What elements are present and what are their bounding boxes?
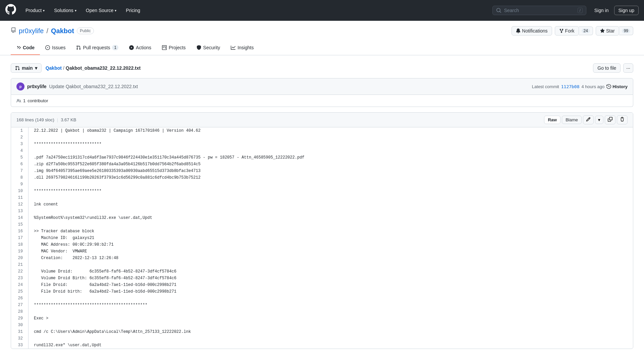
pull-requests-badge: 1 (112, 45, 118, 50)
commit-sha[interactable]: 1127b08 (561, 84, 580, 89)
line-number[interactable]: 11 (11, 194, 29, 201)
line-number[interactable]: 32 (11, 335, 29, 342)
breadcrumb-repo-link[interactable]: Qakbot (46, 65, 62, 71)
line-number[interactable]: 19 (11, 248, 29, 255)
search-input[interactable] (504, 8, 575, 13)
line-number[interactable]: 14 (11, 215, 29, 221)
line-number[interactable]: 20 (11, 255, 29, 261)
line-number[interactable]: 21 (11, 261, 29, 268)
line-number[interactable]: 22 (11, 268, 29, 275)
fork-group: Fork 24 (555, 26, 593, 36)
file-lines: 168 lines (149 sloc) (16, 117, 54, 122)
line-content: MAC Vendor: VMWARE (29, 248, 92, 255)
delete-button[interactable] (617, 115, 628, 124)
line-number[interactable]: 23 (11, 275, 29, 282)
commit-meta: Latest commit 1127b08 4 hours ago Histor… (532, 84, 628, 89)
line-number[interactable]: 33 (11, 342, 29, 349)
commit-author[interactable]: pr0xylife (27, 84, 47, 89)
raw-button[interactable]: Raw (544, 116, 560, 124)
notifications-button[interactable]: Notifications (512, 26, 552, 36)
search-container: / (492, 6, 586, 15)
star-count-button[interactable]: 99 (619, 26, 633, 35)
nav-links: Product Solutions Open Source Pricing (21, 5, 144, 16)
repo-name[interactable]: Qakbot (51, 27, 74, 35)
line-number[interactable]: 4 (11, 147, 29, 154)
line-number[interactable]: 18 (11, 241, 29, 248)
line-number[interactable]: 24 (11, 282, 29, 288)
tab-insights[interactable]: Insights (225, 41, 259, 55)
file-header: 168 lines (149 sloc) | 3.67 KB Raw Blame… (11, 113, 633, 127)
tab-code-label: Code (23, 45, 35, 50)
sign-up-button[interactable]: Sign up (614, 6, 639, 15)
line-number[interactable]: 1 (11, 127, 29, 134)
tab-code[interactable]: Code (11, 41, 40, 55)
repo-actions: Notifications Fork 24 Star (512, 26, 633, 36)
copy-raw-button[interactable] (605, 115, 615, 124)
line-number[interactable]: 3 (11, 141, 29, 147)
repo-icon (11, 27, 16, 34)
tab-actions-label: Actions (136, 45, 151, 50)
file-nav: main ▾ Qakbot / Qakbot_obama232_22.12.20… (11, 63, 633, 73)
repo-header: pr0xylife / Qakbot Public Notifications … (0, 21, 644, 55)
tab-insights-label: Insights (237, 45, 254, 50)
line-number[interactable]: 9 (11, 181, 29, 188)
line-number[interactable]: 31 (11, 328, 29, 335)
line-content (29, 308, 39, 315)
line-number[interactable]: 26 (11, 295, 29, 302)
line-number[interactable]: 28 (11, 308, 29, 315)
line-number[interactable]: 15 (11, 221, 29, 228)
line-content: .pdf 7a24750ec1191317cd4a6f3ae7937c9846f… (29, 154, 310, 161)
line-number[interactable]: 30 (11, 322, 29, 328)
more-options-button[interactable]: ··· (623, 63, 633, 73)
nav-pricing[interactable]: Pricing (122, 5, 144, 16)
file-viewer: 168 lines (149 sloc) | 3.67 KB Raw Blame… (11, 112, 633, 349)
line-content (29, 134, 39, 141)
code-line: 16>> Tracker database block (11, 228, 633, 235)
line-content (29, 181, 39, 188)
line-number[interactable]: 16 (11, 228, 29, 235)
github-logo-icon[interactable] (5, 4, 16, 17)
line-number[interactable]: 6 (11, 161, 29, 168)
line-number[interactable]: 29 (11, 315, 29, 322)
branch-icon (15, 66, 20, 70)
edit-button[interactable] (583, 115, 594, 124)
line-number[interactable]: 5 (11, 154, 29, 161)
code-line: 33rundll32.exe" \user.dat,Updt (11, 342, 633, 349)
nav-solutions[interactable]: Solutions (50, 5, 80, 16)
fork-count-button[interactable]: 24 (579, 26, 593, 35)
edit-dropdown-button[interactable]: ▾ (595, 116, 603, 124)
line-number[interactable]: 17 (11, 235, 29, 241)
code-content: 122.12.2022 | Qakbot | obama232 | Campai… (11, 127, 633, 349)
line-content: ****************************************… (29, 302, 153, 308)
commit-info: p pr0xylife Update Qakbot_obama232_22.12… (11, 78, 633, 95)
tab-projects[interactable]: Projects (157, 41, 191, 55)
nav-open-source[interactable]: Open Source (82, 5, 121, 16)
edit-icon (586, 117, 591, 122)
line-number[interactable]: 25 (11, 288, 29, 295)
line-number[interactable]: 12 (11, 201, 29, 208)
line-number[interactable]: 27 (11, 302, 29, 308)
file-info: 168 lines (149 sloc) | 3.67 KB (16, 117, 76, 122)
line-number[interactable]: 10 (11, 188, 29, 194)
branch-selector[interactable]: main ▾ (11, 63, 42, 73)
tab-security[interactable]: Security (191, 41, 226, 55)
nav-product[interactable]: Product (21, 5, 49, 16)
line-number[interactable]: 2 (11, 134, 29, 141)
fork-button[interactable]: Fork (555, 26, 579, 36)
blame-button[interactable]: Blame (562, 116, 582, 124)
history-link[interactable]: History (606, 84, 628, 89)
line-content: Exec > (29, 315, 54, 322)
code-line: 14%SystemRoot%\system32\rundll32.exe \us… (11, 215, 633, 221)
star-button[interactable]: Star (596, 26, 619, 36)
goto-file-button[interactable]: Go to file (593, 63, 621, 73)
sign-in-button[interactable]: Sign in (592, 6, 611, 15)
line-number[interactable]: 7 (11, 168, 29, 174)
code-line: 17 Machine ID: galaxys21 (11, 235, 633, 241)
line-number[interactable]: 13 (11, 208, 29, 215)
tab-issues[interactable]: Issues (40, 41, 71, 55)
tab-actions[interactable]: Actions (124, 41, 157, 55)
search-slash: / (578, 8, 583, 13)
repo-owner[interactable]: pr0xylife (19, 27, 44, 35)
line-number[interactable]: 8 (11, 174, 29, 181)
tab-pull-requests[interactable]: Pull requests 1 (71, 41, 124, 55)
